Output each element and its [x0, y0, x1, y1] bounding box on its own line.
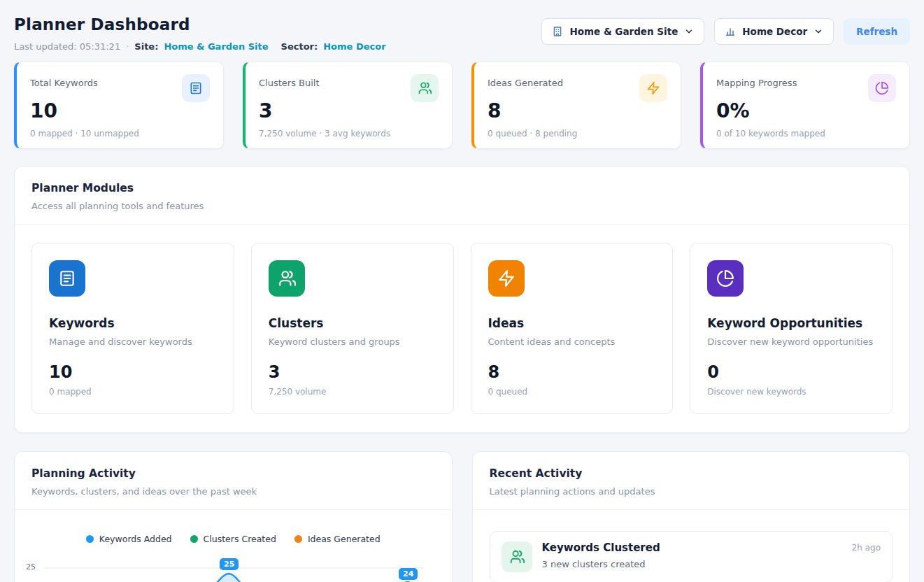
stats-row: Total Keywords 10 0 mapped · 10 unmapped…	[14, 62, 910, 149]
activity-item-keywords-clustered: Keywords Clustered 3 new clusters create…	[490, 531, 893, 582]
module-title: Clusters	[269, 316, 436, 330]
building-icon	[552, 26, 563, 37]
recent-activity-header: Recent Activity Latest planning actions …	[473, 452, 910, 509]
bar-chart-icon	[725, 26, 736, 37]
stat-card-total-keywords: Total Keywords 10 0 mapped · 10 unmapped	[14, 62, 224, 149]
module-description: Manage and discover keywords	[49, 336, 217, 347]
pie-chart-icon	[868, 74, 896, 102]
section-subtitle: Access all planning tools and features	[31, 201, 893, 211]
module-value: 10	[49, 362, 217, 382]
stat-card-clusters-built: Clusters Built 3 7,250 volume · 3 avg ke…	[243, 62, 453, 149]
chevron-down-icon	[684, 27, 694, 36]
y-axis-tick: 25	[26, 562, 36, 572]
page-subline: Last updated: 05:31:21 · Site: Home & Ga…	[14, 41, 386, 52]
refresh-button[interactable]: Refresh	[844, 18, 910, 45]
section-title: Recent Activity	[490, 467, 893, 480]
planning-activity-panel: Planning Activity Keywords, clusters, an…	[14, 451, 453, 582]
stat-value: 8	[488, 99, 667, 122]
module-detail: 7,250 volume	[269, 387, 436, 397]
page-title: Planner Dashboard	[14, 15, 386, 34]
legend-dot	[190, 535, 198, 543]
topbar: Planner Dashboard Last updated: 05:31:21…	[14, 13, 910, 52]
stat-label: Ideas Generated	[488, 74, 563, 88]
last-updated: Last updated: 05:31:21	[14, 41, 120, 52]
stat-detail: 0 queued · 8 pending	[488, 129, 667, 139]
module-description: Content ideas and concepts	[488, 336, 656, 347]
activity-detail: 3 new clusters created	[542, 559, 660, 569]
stat-label: Total Keywords	[30, 74, 98, 88]
module-value: 0	[707, 362, 875, 382]
module-title: Keywords	[49, 316, 217, 330]
module-title: Keyword Opportunities	[707, 316, 875, 330]
planner-dashboard-page: Planner Dashboard Last updated: 05:31:21…	[0, 0, 924, 582]
module-card-keywords[interactable]: Keywords Manage and discover keywords 10…	[31, 243, 234, 414]
section-subtitle: Latest planning actions and updates	[490, 486, 893, 497]
module-value: 3	[269, 362, 436, 382]
recent-activity-panel: Recent Activity Latest planning actions …	[472, 451, 911, 582]
legend-item-clusters-created: Clusters Created	[190, 534, 276, 544]
module-value: 8	[488, 362, 656, 382]
planner-modules-header: Planner Modules Access all planning tool…	[15, 166, 909, 224]
legend-dot	[294, 535, 302, 543]
stat-detail: 0 of 10 keywords mapped	[716, 129, 896, 139]
module-card-keyword-opportunities[interactable]: Keyword Opportunities Discover new keywo…	[690, 243, 893, 414]
lightning-icon	[639, 74, 667, 102]
section-subtitle: Keywords, clusters, and ideas over the p…	[31, 486, 435, 497]
module-detail: 0 queued	[488, 387, 656, 397]
sector-selector-button[interactable]: Home Decor	[714, 18, 834, 45]
lightning-icon	[488, 260, 525, 297]
header-controls: Home & Garden Site Home Decor Refresh	[541, 18, 910, 45]
separator: ·	[126, 41, 129, 52]
stat-detail: 7,250 volume · 3 avg keywords	[259, 129, 439, 139]
activity-timestamp: 2h ago	[852, 541, 881, 553]
module-card-ideas[interactable]: Ideas Content ideas and concepts 8 0 que…	[471, 243, 674, 414]
sector-link[interactable]: Home Decor	[323, 41, 385, 52]
module-description: Keyword clusters and groups	[269, 336, 436, 347]
planning-activity-header: Planning Activity Keywords, clusters, an…	[15, 452, 452, 509]
module-description: Discover new keyword opportunities	[707, 336, 875, 347]
legend-label: Clusters Created	[204, 534, 276, 544]
stat-value: 3	[259, 99, 439, 122]
module-detail: 0 mapped	[49, 387, 217, 397]
header-left: Planner Dashboard Last updated: 05:31:21…	[14, 13, 386, 52]
document-icon	[182, 74, 210, 102]
point-label-badge: 24	[399, 568, 418, 580]
legend-label: Keywords Added	[99, 534, 172, 544]
pie-chart-icon	[707, 260, 744, 297]
activity-list: Keywords Clustered 3 new clusters create…	[473, 510, 910, 582]
users-icon	[411, 74, 439, 102]
stat-detail: 0 mapped · 10 unmapped	[30, 129, 210, 139]
site-label: Site:	[134, 41, 158, 52]
stat-value: 10	[30, 99, 210, 122]
activity-line-chart: 25 25 24	[15, 554, 452, 582]
site-selector-value: Home & Garden Site	[569, 26, 678, 37]
stat-label: Clusters Built	[259, 74, 320, 88]
planner-modules-panel: Planner Modules Access all planning tool…	[14, 166, 910, 433]
sector-label: Sector:	[281, 41, 318, 52]
sector-selector-value: Home Decor	[742, 26, 807, 37]
section-title: Planner Modules	[31, 182, 893, 194]
legend-item-ideas-generated: Ideas Generated	[294, 534, 381, 544]
module-title: Ideas	[488, 316, 656, 330]
section-title: Planning Activity	[31, 467, 435, 480]
document-icon	[49, 260, 85, 297]
site-link[interactable]: Home & Garden Site	[164, 41, 268, 52]
stat-card-ideas-generated: Ideas Generated 8 0 queued · 8 pending	[471, 62, 681, 149]
module-detail: Discover new keywords	[707, 387, 875, 397]
stat-card-mapping-progress: Mapping Progress 0% 0 of 10 keywords map…	[700, 62, 910, 149]
users-icon	[502, 541, 532, 572]
bottom-row: Planning Activity Keywords, clusters, an…	[14, 451, 910, 582]
legend-item-keywords-added: Keywords Added	[86, 534, 172, 544]
stat-value: 0%	[716, 99, 896, 122]
module-card-clusters[interactable]: Clusters Keyword clusters and groups 3 7…	[251, 243, 454, 414]
point-label-badge: 25	[220, 558, 239, 570]
modules-grid: Keywords Manage and discover keywords 10…	[15, 225, 909, 432]
chevron-down-icon	[813, 27, 823, 36]
activity-title: Keywords Clustered	[542, 541, 660, 554]
users-icon	[269, 260, 305, 297]
legend-dot	[86, 535, 94, 543]
site-selector-button[interactable]: Home & Garden Site	[541, 18, 704, 45]
legend-label: Ideas Generated	[308, 534, 381, 544]
activity-text: Keywords Clustered 3 new clusters create…	[542, 541, 660, 569]
stat-label: Mapping Progress	[716, 74, 797, 88]
